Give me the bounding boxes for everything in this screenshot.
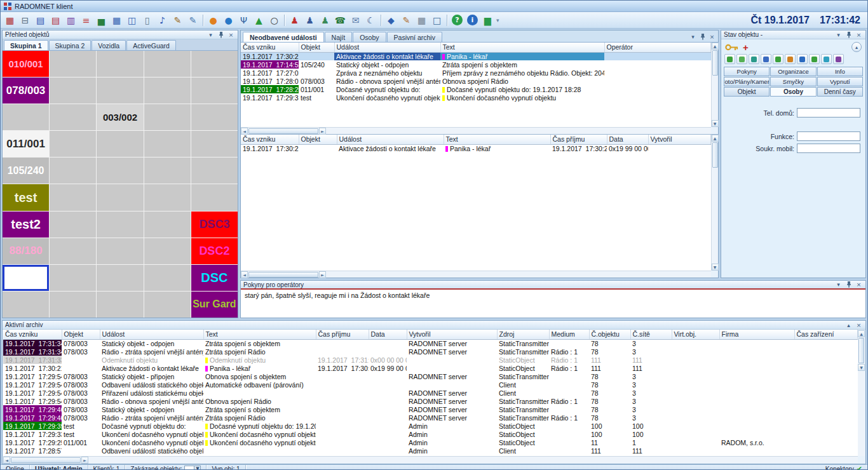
key-icon[interactable] bbox=[725, 43, 739, 51]
column-header-text[interactable]: Text bbox=[203, 330, 316, 339]
object-cell-105-240[interactable]: 105/240 bbox=[3, 158, 49, 184]
globe-orange-icon[interactable]: ● bbox=[206, 13, 220, 27]
mail-icon[interactable]: ✉ bbox=[348, 13, 363, 27]
column-header-objekt[interactable]: Objekt bbox=[299, 43, 334, 52]
grid-cell[interactable] bbox=[191, 77, 238, 104]
scroll-thumb[interactable] bbox=[712, 142, 718, 168]
column-header-s-t[interactable]: Č.sítě bbox=[630, 330, 672, 339]
close-icon[interactable]: × bbox=[227, 31, 235, 39]
grid-cell[interactable] bbox=[144, 104, 191, 130]
collapse-round-button[interactable]: ▴ bbox=[851, 42, 862, 52]
object-cell-010-001[interactable]: 010/001 bbox=[3, 51, 49, 77]
column-header-ud-lost[interactable]: Událost bbox=[100, 330, 203, 339]
tab-pasivn-archiv[interactable]: Pasivní archiv bbox=[387, 32, 442, 42]
column-header-objekt[interactable]: Objekt bbox=[62, 330, 100, 339]
table-row[interactable]: 19.1.2017 17:29:25011/001Ukončení dočasn… bbox=[3, 438, 858, 446]
column-header-as-p-jmu[interactable]: Čas příjmu bbox=[316, 330, 369, 339]
scroll-right-icon[interactable]: ► bbox=[319, 271, 326, 278]
grid-cell[interactable] bbox=[3, 104, 49, 130]
object-cell-078-003[interactable]: 078/003 bbox=[3, 77, 49, 104]
grid-cell[interactable] bbox=[97, 77, 143, 104]
antenna-icon[interactable]: Ψ bbox=[236, 13, 251, 27]
grid-cell[interactable] bbox=[144, 238, 191, 264]
grid-cell[interactable] bbox=[50, 131, 96, 157]
object-cell-011-001[interactable]: 011/001 bbox=[3, 131, 49, 157]
close-icon[interactable]: × bbox=[855, 31, 863, 39]
state-cyan-icon[interactable] bbox=[821, 54, 832, 64]
grid-cell[interactable] bbox=[50, 265, 96, 291]
tab-neodbaven-ud-losti[interactable]: Neodbavené události bbox=[243, 32, 324, 42]
calendar-icon[interactable]: ▦ bbox=[414, 13, 429, 27]
grid-cell[interactable] bbox=[191, 158, 238, 184]
phone-icon[interactable]: ☎ bbox=[333, 13, 348, 27]
column-header-as-vzniku[interactable]: Čas vzniku bbox=[241, 43, 299, 52]
pencil-icon[interactable]: ✎ bbox=[399, 13, 414, 27]
scroll-up-icon[interactable]: ▲ bbox=[712, 135, 719, 142]
collapse-icon[interactable]: ▾ bbox=[689, 33, 697, 41]
button-pokyny[interactable]: Pokyny bbox=[724, 67, 770, 76]
scroll-thumb[interactable] bbox=[858, 338, 864, 363]
search-icon[interactable]: ○ bbox=[267, 13, 281, 27]
table-row[interactable]: 19.1.2017 17:31:34078/003Rádio - ztráta … bbox=[3, 347, 858, 356]
field-input-funkce[interactable] bbox=[797, 131, 860, 141]
grid-cell[interactable] bbox=[144, 265, 191, 291]
stats-icon[interactable]: ▆ bbox=[480, 13, 495, 27]
grid-cell[interactable] bbox=[191, 184, 238, 210]
column-header-ud-lost[interactable]: Událost bbox=[334, 43, 440, 52]
object-cell-dsc2[interactable]: DSC2 bbox=[191, 238, 238, 264]
object-cell-dsc[interactable]: DSC bbox=[191, 265, 238, 291]
object-cell-003-002[interactable]: 003/002 bbox=[97, 104, 143, 130]
grid-cell[interactable] bbox=[144, 292, 191, 318]
globe-blue-icon[interactable]: ● bbox=[221, 13, 236, 27]
scroll-thumb[interactable] bbox=[248, 272, 318, 278]
horizontal-scrollbar[interactable]: ◄► bbox=[3, 456, 858, 463]
state-green-2-icon[interactable] bbox=[736, 54, 747, 64]
banned-objects-select[interactable]: ▼ bbox=[184, 466, 201, 470]
column-header-data[interactable]: Data bbox=[607, 135, 648, 144]
table-row[interactable]: 19.1.2017 17:30:21Aktivace žádosti o kon… bbox=[241, 52, 711, 60]
column-header-as-vzniku[interactable]: Čas vzniku bbox=[241, 135, 299, 144]
object-cell-sur-gard[interactable]: Sur Gard bbox=[191, 292, 238, 318]
table-row[interactable]: 19.1.2017 17:30:21Aktivace žádosti o kon… bbox=[241, 144, 711, 152]
tab-denn-asy[interactable]: Denní časy bbox=[817, 87, 863, 97]
table-row[interactable]: 19.1.2017 17:28:20011/001Dočasné vypnutí… bbox=[241, 85, 711, 93]
state-green-1-icon[interactable] bbox=[724, 54, 735, 64]
object-cell-test[interactable]: test bbox=[3, 184, 49, 210]
close-icon[interactable]: × bbox=[708, 33, 716, 41]
column-header-medium[interactable]: Medium bbox=[549, 330, 589, 339]
table-row[interactable]: 19.1.2017 17:29:46078/003Rádio - ztráta … bbox=[3, 413, 858, 422]
grid-cell[interactable] bbox=[144, 184, 191, 210]
column-header-data[interactable]: Data bbox=[369, 330, 407, 339]
vertical-scrollbar[interactable]: ▲▼ bbox=[711, 43, 718, 127]
help-icon[interactable]: ? bbox=[452, 15, 463, 25]
grid-cell[interactable] bbox=[97, 184, 143, 210]
state-green-3-icon[interactable] bbox=[773, 54, 783, 64]
tab-osoby[interactable]: Osoby bbox=[770, 87, 816, 97]
collapse-icon[interactable]: ▾ bbox=[207, 31, 215, 39]
users-red-icon[interactable]: ♟ bbox=[287, 13, 302, 27]
object-cell-88-180[interactable]: 88/180 bbox=[3, 238, 49, 264]
column-header-virt-obj[interactable]: Virt.obj. bbox=[672, 330, 719, 339]
audio-icon[interactable]: ♪ bbox=[155, 13, 170, 27]
button-foto-pl-ny-kamery[interactable]: Foto/Plány/Kamery bbox=[724, 77, 770, 86]
field-input-tel-dom[interactable] bbox=[797, 108, 860, 117]
grid-cell[interactable] bbox=[97, 131, 143, 157]
table-row[interactable]: 19.1.2017 17:28:07078/003Rádio - obnova … bbox=[241, 77, 711, 85]
grid-cell[interactable] bbox=[50, 292, 96, 318]
note-icon[interactable]: ✎ bbox=[186, 13, 200, 27]
grid-cell[interactable] bbox=[3, 265, 49, 291]
table-row[interactable]: 19.1.2017 17:29:33testUkončení dočasného… bbox=[3, 430, 858, 438]
column-header-zdroj[interactable]: Zdroj bbox=[497, 330, 549, 339]
info-icon[interactable]: i bbox=[467, 15, 478, 25]
state-green-4-icon[interactable] bbox=[809, 54, 820, 64]
users-blue-icon[interactable]: ♟ bbox=[302, 13, 317, 27]
close-icon[interactable]: × bbox=[855, 281, 863, 288]
object-cell-test2[interactable]: test2 bbox=[3, 211, 49, 238]
report-icon[interactable]: ▯ bbox=[140, 13, 154, 27]
column-header-oper-tor[interactable]: Operátor bbox=[604, 43, 711, 52]
tab-skupina-2[interactable]: Skupina 2 bbox=[49, 40, 92, 50]
grid-cell[interactable] bbox=[3, 292, 49, 318]
tab-objekt[interactable]: Objekt bbox=[724, 87, 770, 97]
table-row[interactable]: 19.1.2017 17:29:54078/003Rádio - obnova … bbox=[3, 397, 858, 405]
scroll-thumb[interactable] bbox=[248, 128, 318, 134]
